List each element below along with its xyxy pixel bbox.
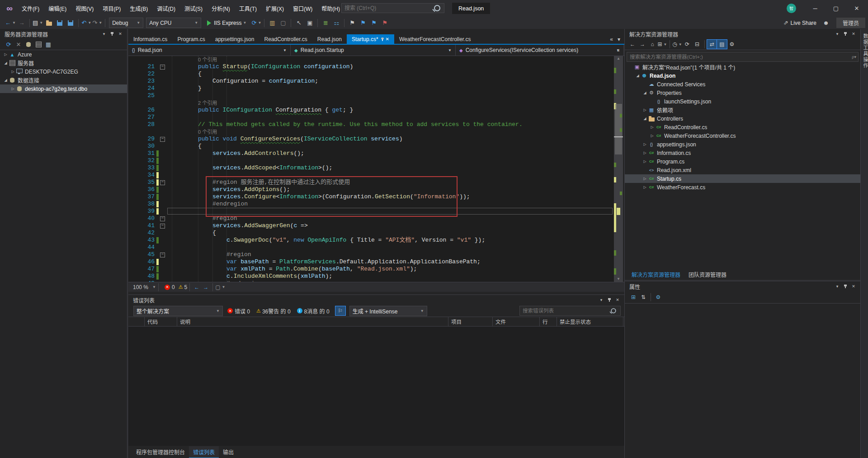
error-list-body[interactable] xyxy=(128,327,624,446)
solution-item-readcontroller-cs[interactable]: ▷C#ReadController.cs xyxy=(625,123,860,131)
show-all-files-icon[interactable]: ▤ xyxy=(717,40,727,49)
fold-collapse-icon[interactable]: − xyxy=(160,65,165,70)
menu-item-t[interactable]: 工具(T) xyxy=(235,3,261,14)
tab-readcontroller-cs[interactable]: ReadController.cs xyxy=(259,34,312,44)
column-header-代码[interactable]: 代码 xyxy=(145,317,177,326)
solution-item-weatherforecastcontroller-cs[interactable]: ▷C#WeatherForecastController.cs xyxy=(625,131,860,140)
navigate-backward-icon[interactable]: ←▼ xyxy=(5,18,16,28)
code-line[interactable]: 40−#region xyxy=(128,215,614,222)
tab-information-cs[interactable]: Information.cs xyxy=(128,34,172,44)
previous-issue-icon[interactable]: ← xyxy=(192,284,201,290)
code-line[interactable]: 29−public void ConfigureServices(IServic… xyxy=(128,136,614,143)
column-header-说明[interactable]: 说明 xyxy=(177,317,448,326)
solution-search-input[interactable] xyxy=(627,54,852,60)
solution-platform-combo[interactable]: Any CPU▼ xyxy=(146,18,201,28)
fold-collapse-icon[interactable]: − xyxy=(160,137,165,142)
code-line[interactable]: 25 xyxy=(128,92,614,99)
refresh-icon[interactable]: ⟳ xyxy=(4,40,14,49)
solution-item-controllers[interactable]: ◢Controllers xyxy=(625,114,860,123)
code-line[interactable]: 42{ xyxy=(128,229,614,237)
sync-with-active-document-icon[interactable]: ⇄ xyxy=(707,40,717,49)
column-header-icon[interactable] xyxy=(128,317,145,326)
column-header-行[interactable]: 行 xyxy=(540,317,557,326)
solution-item-launchsettings-json[interactable]: {}launchSettings.json xyxy=(625,97,860,106)
panel-tab-程序包管理器控制台[interactable]: 程序包管理器控制台 xyxy=(132,446,189,458)
solution-item-startup-cs[interactable]: ▷C#Startup.cs xyxy=(625,174,860,183)
navigate-forward-icon[interactable]: → xyxy=(17,18,27,28)
codelens-references[interactable]: 0 个引用 xyxy=(170,56,217,63)
panel-tab-团队资源管理器[interactable]: 团队资源管理器 xyxy=(684,269,731,280)
expander-icon[interactable]: ▷ xyxy=(10,87,16,91)
tab-startup-cs-[interactable]: Startup.cs*✕ xyxy=(347,34,394,44)
indent-lines-icon[interactable]: ≣ xyxy=(321,18,330,28)
solution-item-weatherforecast-cs[interactable]: ▷C#WeatherForecast.cs xyxy=(625,183,860,192)
pin-icon[interactable] xyxy=(841,30,849,37)
code-line[interactable]: 28// This method gets called by the runt… xyxy=(128,121,614,128)
expander-icon[interactable]: ▷ xyxy=(649,125,655,129)
editor-split-handle[interactable]: ≡ xyxy=(614,46,623,55)
close-icon[interactable]: ✕ xyxy=(116,30,124,37)
codelens-references[interactable]: 2 个引用 xyxy=(170,99,217,107)
refresh-icon[interactable]: ⟳ xyxy=(682,40,692,49)
menu-item-e[interactable]: 编辑(E) xyxy=(44,3,71,14)
bookmark-clear-icon[interactable]: ⚑ xyxy=(380,18,390,28)
expander-icon[interactable]: ▷ xyxy=(3,52,9,56)
tab-weatherforecastcontroller-cs[interactable]: WeatherForecastController.cs xyxy=(394,34,476,44)
close-icon[interactable]: ✕ xyxy=(849,30,858,37)
chevron-down-icon[interactable]: ▾ xyxy=(597,296,605,304)
expander-icon[interactable]: ◢ xyxy=(3,78,9,82)
comment-lines-icon[interactable]: ⚏ xyxy=(331,18,341,28)
save-icon[interactable] xyxy=(55,18,65,28)
quick-search-input[interactable] xyxy=(342,5,434,11)
error-search-input[interactable] xyxy=(520,308,610,313)
expander-icon[interactable]: ▷ xyxy=(642,142,648,146)
scroll-up-icon[interactable]: ▲ xyxy=(614,56,623,61)
connect-server-icon[interactable] xyxy=(33,40,43,49)
pin-icon[interactable] xyxy=(841,283,849,290)
close-icon[interactable]: ✕ xyxy=(613,296,622,304)
filter-toggle-icon[interactable]: ⚐ xyxy=(335,306,345,315)
tab-list-icon[interactable]: ▾ xyxy=(615,36,623,42)
selection-pointer-icon[interactable]: ↖ xyxy=(294,18,304,28)
menu-item-v[interactable]: 视图(V) xyxy=(71,3,98,14)
editor-options-icon[interactable]: ▢ xyxy=(215,284,220,290)
code-line[interactable]: 39 xyxy=(128,208,614,215)
code-line[interactable]: 46var basePath = PlatformServices.Defaul… xyxy=(128,258,614,266)
expander-icon[interactable]: ▷ xyxy=(642,185,648,189)
pending-changes-filter-icon[interactable]: ◷▼ xyxy=(672,40,682,49)
menu-item-n[interactable]: 分析(N) xyxy=(207,3,235,14)
find-in-files-icon[interactable]: ▢ xyxy=(278,18,288,28)
open-file-icon[interactable] xyxy=(44,18,54,28)
warning-count-icon[interactable]: ⚠ xyxy=(179,284,183,290)
expander-icon[interactable]: ◢ xyxy=(635,74,641,78)
tab-program-cs[interactable]: Program.cs xyxy=(172,34,210,44)
pin-icon[interactable] xyxy=(108,30,116,37)
navbar-segment-0[interactable]: {}Read.json▼ xyxy=(128,45,291,56)
expander-icon[interactable]: ◢ xyxy=(642,91,648,95)
refresh-icon[interactable]: ⟳▼ xyxy=(251,18,261,28)
error-search-box[interactable] xyxy=(519,306,621,316)
alphabetical-icon[interactable]: ⇅ xyxy=(638,293,648,302)
code-line[interactable]: 48c.IncludeXmlComments(xmlPath); xyxy=(128,273,614,280)
data-tools-operations-tab[interactable]: 数据工具操作 xyxy=(862,33,868,69)
next-issue-icon[interactable]: → xyxy=(201,284,210,290)
solution-item-read-json-xml[interactable]: <>Read.json.xml xyxy=(625,166,860,174)
codelens-references[interactable]: 0 个引用 xyxy=(170,128,217,136)
close-icon[interactable]: ✕ xyxy=(849,283,858,290)
chevron-down-icon[interactable]: ▾ xyxy=(833,283,841,290)
connect-database-icon[interactable] xyxy=(24,40,33,49)
tab-read-json[interactable]: Read.json xyxy=(312,34,347,44)
menu-item-b[interactable]: 生成(B) xyxy=(125,3,152,14)
save-all-icon[interactable] xyxy=(66,18,75,28)
forward-icon[interactable]: → xyxy=(637,40,647,49)
menu-item-w[interactable]: 窗口(W) xyxy=(288,3,317,14)
solution-item-program-cs[interactable]: ▷C#Program.cs xyxy=(625,157,860,166)
stop-refresh-icon[interactable]: ✕ xyxy=(14,40,24,49)
code-line[interactable]: 30{ xyxy=(128,143,614,150)
column-header-文件[interactable]: 文件 xyxy=(493,317,540,326)
back-icon[interactable]: ← xyxy=(627,40,637,49)
codelens-row[interactable]: 0 个引用 xyxy=(128,56,614,63)
solution-item-read-json[interactable]: ◢⊕Read.json xyxy=(625,71,860,80)
redo-icon[interactable]: ↷▼ xyxy=(92,18,102,28)
menu-item-h[interactable]: 帮助(H) xyxy=(317,3,344,14)
